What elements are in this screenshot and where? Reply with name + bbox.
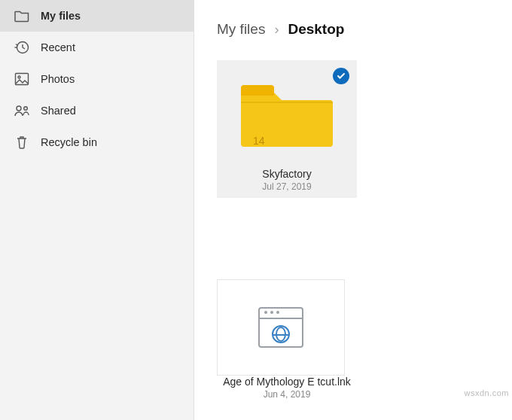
chevron-right-icon: › <box>274 22 279 38</box>
sidebar-item-my-files[interactable]: My files <box>0 0 194 32</box>
shortcut-icon <box>258 307 303 348</box>
breadcrumb-root[interactable]: My files <box>217 21 265 38</box>
recent-icon <box>14 39 30 56</box>
svg-rect-1 <box>16 74 29 85</box>
svg-point-3 <box>17 106 21 111</box>
file-tile[interactable]: Age of Mythology E tcut.lnk Jun 4, 2019 <box>217 279 357 400</box>
svg-point-2 <box>18 76 20 78</box>
folder-item-count: 14 <box>253 135 265 147</box>
sidebar: My files Recent Photos Shared Recycle bi… <box>0 0 194 420</box>
breadcrumb-current: Desktop <box>288 21 344 38</box>
file-thumbnail <box>217 279 345 376</box>
sidebar-item-label: Recent <box>41 41 75 53</box>
recycle-icon <box>14 134 30 151</box>
sidebar-item-recent[interactable]: Recent <box>0 32 194 63</box>
tile-name: Age of Mythology E tcut.lnk <box>217 376 357 388</box>
sidebar-item-label: Shared <box>41 105 76 117</box>
shared-icon <box>14 102 30 119</box>
photos-icon <box>14 71 30 87</box>
sidebar-item-label: Recycle bin <box>41 136 97 148</box>
folder-icon <box>14 8 30 24</box>
breadcrumb: My files › Desktop <box>217 21 495 38</box>
sidebar-item-shared[interactable]: Shared <box>0 95 194 126</box>
sidebar-item-photos[interactable]: Photos <box>0 63 194 95</box>
tile-date: Jul 27, 2019 <box>223 181 351 192</box>
watermark: wsxdn.com <box>464 388 509 397</box>
sidebar-item-label: My files <box>41 10 81 22</box>
folder-tile[interactable]: 14 Skyfactory Jul 27, 2019 <box>217 60 357 198</box>
file-grid: 14 Skyfactory Jul 27, 2019 Age of Mythol… <box>217 60 495 400</box>
sidebar-item-recycle-bin[interactable]: Recycle bin <box>0 126 194 158</box>
svg-point-4 <box>24 107 28 111</box>
sidebar-item-label: Photos <box>41 73 75 85</box>
tile-name: Skyfactory <box>223 168 351 180</box>
tile-date: Jun 4, 2019 <box>217 389 357 400</box>
folder-thumbnail: 14 <box>223 66 351 160</box>
main-content: My files › Desktop 14 Skyfactory Jul 27,… <box>194 0 512 420</box>
